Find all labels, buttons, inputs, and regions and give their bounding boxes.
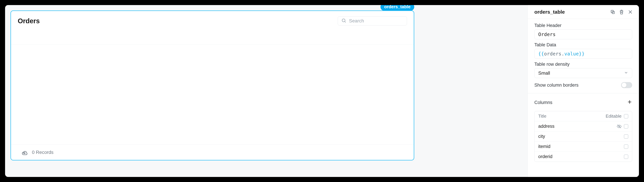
visibility-off-icon[interactable] [617, 124, 622, 129]
table-records-count: 0 Records [32, 150, 54, 155]
toggle-knob [622, 83, 626, 88]
orders-table-widget[interactable]: orders_table Orders Search [10, 10, 414, 160]
columns-head-title: Title [538, 114, 546, 119]
column-row-orderid[interactable]: orderid [534, 152, 632, 162]
canvas[interactable]: orders_table Orders Search [5, 5, 528, 177]
search-icon [341, 18, 346, 24]
column-editable-checkbox[interactable] [624, 134, 628, 139]
table-data-label: Table Data [534, 42, 632, 48]
svg-point-0 [342, 19, 345, 22]
columns-list-header: Title Editable [534, 111, 632, 121]
delete-button[interactable] [618, 9, 625, 15]
columns-section-label: Columns [534, 100, 552, 105]
column-row-city[interactable]: city [534, 131, 632, 141]
close-inspector-button[interactable] [627, 9, 634, 15]
chevron-down-icon [624, 71, 628, 76]
show-column-borders-label: Show column borders [534, 83, 578, 88]
table-row-density-label: Table row density [534, 62, 632, 67]
inspector-panel: orders_table Table Header Orders [528, 5, 639, 177]
column-title: orderid [538, 154, 552, 159]
table-row-density-value: Small [538, 71, 550, 76]
columns-list: Title Editable address [534, 111, 632, 162]
table-header-input[interactable]: Orders [534, 29, 632, 39]
column-row-address[interactable]: address [534, 121, 632, 131]
table-header-label: Table Header [534, 23, 632, 28]
svg-line-1 [345, 22, 346, 23]
download-icon[interactable] [22, 149, 28, 156]
column-title: city [538, 134, 545, 139]
column-title: address [538, 124, 554, 129]
column-editable-checkbox[interactable] [624, 124, 628, 129]
column-title: itemid [538, 144, 550, 149]
table-data-input[interactable]: {{orders.value}} [534, 49, 632, 59]
widget-name-tag[interactable]: orders_table [380, 5, 414, 11]
table-row-density-select[interactable]: Small [534, 68, 632, 78]
column-editable-checkbox[interactable] [624, 155, 628, 159]
builder-stage: orders_table Orders Search [5, 5, 639, 177]
table-body-empty [11, 45, 414, 144]
show-column-borders-toggle[interactable] [621, 82, 632, 88]
column-editable-checkbox[interactable] [624, 144, 628, 149]
columns-editable-all-checkbox[interactable] [624, 114, 628, 118]
table-search-input[interactable]: Search [338, 16, 407, 25]
table-title: Orders [18, 17, 338, 25]
search-placeholder: Search [349, 18, 364, 24]
inspector-title: orders_table [534, 9, 610, 15]
table-footer: 0 Records [11, 144, 414, 160]
duplicate-button[interactable] [610, 9, 616, 15]
table-card: Orders Search 0 [10, 10, 414, 160]
add-column-button[interactable] [627, 99, 632, 106]
columns-head-editable: Editable [606, 114, 622, 119]
table-columns-header-area [11, 29, 414, 45]
column-row-itemid[interactable]: itemid [534, 141, 632, 152]
